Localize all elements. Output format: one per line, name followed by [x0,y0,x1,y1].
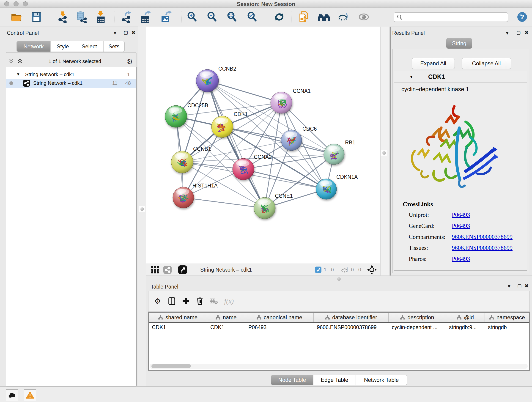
network-node-CCNB1[interactable]: CCNB1 [171,146,211,173]
open-session-button[interactable] [10,10,23,24]
network-node-CDC25B[interactable]: CDC25B [165,102,208,128]
duplicate-network-button[interactable] [298,10,310,24]
results-panel-float-icon[interactable]: ▢ [516,30,521,35]
pan-crosshair-icon[interactable] [367,265,377,274]
network-node-CCNB2[interactable]: CCNB2 [196,66,236,92]
tab-sets[interactable]: Sets [104,41,124,51]
network-share-badge-icon[interactable] [163,266,172,274]
table-row[interactable]: CDK1CDK1P064939606.ENSP00000378699cyclin… [149,323,529,332]
table-cell[interactable]: stringdb:9... [446,324,485,331]
crosslink-link[interactable]: P06493 [452,255,470,262]
table-horizontal-scrollbar[interactable] [150,364,528,369]
search-field[interactable] [394,12,508,22]
table-cell[interactable]: stringdb [485,324,530,331]
edge-HIST1H1A-CCNE1[interactable] [183,198,265,208]
expand-all-button[interactable]: Expand All [412,58,455,69]
table-panel-float-icon[interactable]: ▢ [517,283,522,288]
scrollbar-thumb[interactable] [152,364,191,368]
table-panel-menu-arrow-icon[interactable]: ▼ [507,284,511,288]
zoom-out-button[interactable] [206,10,219,24]
table-cell[interactable]: CDK1 [207,324,245,331]
network-node-CDK1[interactable]: CDK1 [211,111,248,138]
refresh-view-button[interactable] [273,10,286,24]
column-header-database-identifier[interactable]: database identifier [314,313,389,322]
help-button[interactable]: ? [516,10,529,24]
network-node-RB1[interactable]: RB1 [324,140,355,165]
expand-all-icon[interactable] [17,58,23,64]
network-node-HIST1H1A[interactable]: HIST1H1A [173,183,218,208]
network-node-CDKN1A[interactable]: CDKN1A [316,174,358,199]
hide-selected-button[interactable] [337,10,350,24]
network-graph[interactable]: CCNB2CCNA1CDC25BCDK1CDC6RB1CCNB1CCNA2CDK… [146,27,380,264]
function-builder-icon[interactable]: f(x) [224,297,234,305]
results-tab-string[interactable]: String [446,38,472,49]
column-header-description[interactable]: description [389,313,446,322]
birdseye-grid-icon[interactable] [151,266,159,274]
control-panel-float-icon[interactable]: ▢ [124,30,128,35]
tab-network[interactable]: Network [17,41,51,51]
hidden-eye-slash-icon[interactable] [341,266,349,273]
fit-content-button[interactable] [226,10,239,24]
first-neighbors-button[interactable] [317,10,330,24]
table-cell[interactable]: cyclin-dependent ... [389,324,446,331]
column-header--id[interactable]: @id [446,313,485,322]
export-network-to-file-button[interactable] [120,10,133,24]
left-splitter-handle[interactable] [139,206,145,212]
control-panel-close-icon[interactable]: ✖ [132,30,135,35]
gene-expander-icon[interactable]: ▼ [409,74,413,79]
tab-select[interactable]: Select [75,41,104,51]
table-cell[interactable]: 9606.ENSP00000378699 [314,324,389,331]
show-all-button[interactable] [357,10,370,24]
crosslink-link[interactable]: 9606.ENSP00000378699 [452,234,513,240]
warning-status-button[interactable] [24,389,36,401]
results-panel-divider[interactable] [389,27,391,282]
open-in-window-icon[interactable] [178,265,187,274]
network-tree-root-row[interactable]: ▼ String Network – cdk1 1 [6,70,136,79]
tree-expander-icon[interactable]: ▼ [16,72,20,77]
crosslink-link[interactable]: P06493 [452,223,470,230]
crosslink-link[interactable]: P06493 [452,211,470,218]
gene-header[interactable]: ▼ CDK1 [394,71,527,83]
network-canvas[interactable]: CCNB2CCNA1CDC25BCDK1CDC6RB1CCNB1CCNA2CDK… [146,27,380,264]
collapse-all-button[interactable]: Collapse All [462,58,511,69]
table-cell[interactable]: CDK1 [149,324,207,331]
edge-CCNB2-CCNE1[interactable] [207,81,265,208]
selected-checkbox-icon[interactable] [315,267,322,273]
column-header-canonical-name[interactable]: canonical name [245,313,314,322]
import-network-from-database-button[interactable] [75,10,88,24]
edge-CCNB2-CCNA1[interactable] [207,81,281,103]
tab-style[interactable]: Style [51,41,75,51]
show-columns-icon[interactable] [168,297,175,305]
right-splitter-handle[interactable] [381,150,387,156]
network-node-CCNA1[interactable]: CCNA1 [271,88,311,114]
save-session-button[interactable] [30,10,43,24]
collapse-all-icon[interactable] [8,58,14,64]
import-table-from-file-button[interactable] [94,10,107,24]
zoom-in-button[interactable] [186,10,199,24]
tab-node-table[interactable]: Node Table [271,375,313,385]
search-input[interactable] [403,14,502,20]
tab-edge-table[interactable]: Edge Table [313,375,356,385]
create-column-plus-icon[interactable] [182,298,190,305]
table-options-gear-icon[interactable]: ⚙ [154,297,161,306]
results-panel-close-icon[interactable]: ✖ [525,30,529,35]
zoom-selected-button[interactable] [246,10,259,24]
network-options-gear-icon[interactable]: ⚙ [127,57,133,65]
network-tree-child-row[interactable]: String Network – cdk1 11 48 [6,79,136,88]
export-image-button[interactable] [160,10,173,24]
control-panel-menu-arrow-icon[interactable]: ▼ [113,31,117,35]
crosslink-link[interactable]: 9606.ENSP00000378699 [452,245,513,251]
results-panel-menu-arrow-icon[interactable]: ▼ [505,31,510,35]
import-network-from-file-button[interactable] [56,10,69,24]
tab-network-table[interactable]: Network Table [356,375,407,385]
table-cell[interactable]: P06493 [245,324,314,331]
node-table[interactable]: shared namenamecanonical namedatabase id… [148,312,530,370]
table-panel-close-icon[interactable]: ✖ [525,283,529,288]
column-header-namespace[interactable]: namespace [485,313,530,322]
column-header-name[interactable]: name [207,313,245,322]
delete-table-icon[interactable] [210,298,218,304]
cloud-status-button[interactable] [6,389,18,401]
delete-column-trash-icon[interactable] [196,297,203,305]
column-header-shared-name[interactable]: shared name [149,313,207,322]
horizontal-splitter-handle[interactable] [336,276,342,282]
